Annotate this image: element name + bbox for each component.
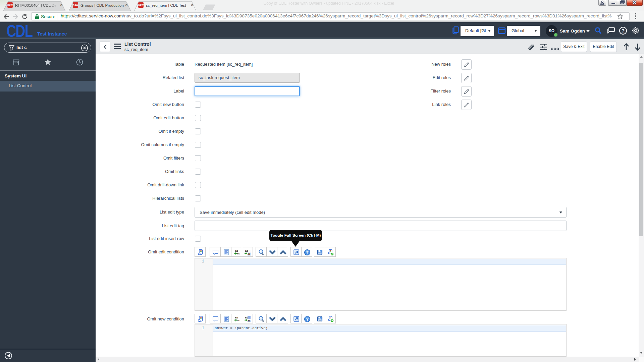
svg-text:ac: ac (237, 252, 240, 255)
svg-text:?: ? (306, 317, 309, 322)
svg-text:ab: ab (245, 249, 248, 252)
svg-text:ac: ac (248, 252, 251, 255)
svg-text:ac: ac (248, 319, 251, 322)
svg-text:ab: ab (245, 316, 248, 319)
svg-text:?: ? (306, 250, 309, 255)
svg-text:ac: ac (237, 319, 240, 322)
